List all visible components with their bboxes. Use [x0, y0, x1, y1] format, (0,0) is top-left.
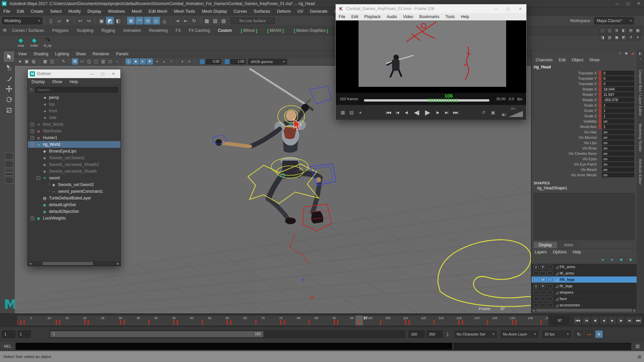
menu-item[interactable]: Mesh Tools [171, 7, 199, 15]
menu-item[interactable]: Mesh [128, 7, 146, 15]
animation-preferences-icon[interactable]: ≡ [595, 330, 603, 338]
move-tool-button[interactable] [4, 84, 14, 94]
layer-visibility-toggle[interactable] [533, 290, 539, 295]
menu-item[interactable]: Edit Mesh [145, 7, 171, 15]
outliner-item-bind_World[interactable]: +≺bind_World [28, 121, 120, 128]
playback-end-field[interactable]: 150 [409, 330, 425, 338]
menu-item[interactable]: Deform [274, 7, 294, 15]
uv-editor-icon[interactable]: ▦ [635, 27, 641, 34]
channel-value[interactable]: on [602, 151, 634, 156]
layer-visibility-toggle[interactable] [533, 303, 539, 307]
animation-end-field[interactable]: 250 [427, 330, 443, 338]
layer-row-FK_arms[interactable]: VP◿FK_arms [532, 264, 637, 270]
camera-select-icon[interactable]: ◄ [16, 58, 23, 65]
channel-value[interactable]: on [602, 130, 634, 134]
menu-item[interactable]: Create [28, 7, 47, 15]
scroll-left-icon[interactable]: ◀ [28, 262, 33, 265]
close-button[interactable]: ✕ [634, 1, 644, 7]
shelf-item-snap[interactable]: ◆snap [14, 35, 28, 50]
scroll-left-icon[interactable]: ◀ [532, 309, 536, 312]
layer-color-swatch[interactable] [547, 271, 553, 276]
panel-menu-item[interactable]: Panels [113, 50, 132, 57]
channel-row-scale-z[interactable]: Scale Z1 [533, 113, 637, 119]
title-bar[interactable]: M Autodesk Maya 2017: C:\Users\Jason\Doc… [0, 0, 644, 7]
expand-toggle[interactable]: − [37, 176, 40, 180]
minimize-button[interactable]: — [493, 6, 499, 12]
close-button[interactable]: ✕ [111, 71, 116, 76]
layer-menu-item[interactable]: Help [570, 249, 584, 255]
field-chart-icon[interactable]: ▥ [100, 58, 106, 65]
command-language-label[interactable]: MEL [0, 344, 15, 348]
tab-display[interactable]: Display [533, 241, 557, 248]
channel-pin-icon[interactable]: ◢ [630, 50, 635, 56]
scroll-right-icon[interactable]: ▶ [116, 262, 120, 265]
split-pane-layout-button[interactable] [5, 169, 13, 176]
movie-menu-item[interactable]: Edit [348, 13, 361, 20]
expand-toggle[interactable]: + [31, 143, 34, 146]
select-by-object-icon[interactable]: ◩ [106, 17, 114, 24]
step-forward-frame-button[interactable]: |▶ [617, 316, 625, 325]
script-editor-icon[interactable]: ▤ [633, 342, 642, 350]
outliner-item-top[interactable]: ◄top [28, 101, 120, 108]
shelf-tab-custom[interactable]: Custom [214, 26, 236, 35]
shelf-tab-fx-caching[interactable]: FX Caching [185, 26, 214, 35]
menu-item[interactable]: Modify [65, 7, 84, 15]
time-slider-ruler[interactable]: 5101520253035404550556065707580859095100… [17, 315, 548, 326]
resolution-gate-icon[interactable]: ◫ [86, 58, 92, 65]
minimize-button[interactable]: — [612, 1, 622, 7]
color-palette-icon[interactable]: ◕ [357, 109, 364, 116]
shape-node-name[interactable]: rig_HeadShape1 [537, 186, 637, 190]
render-settings-icon[interactable]: ▧ [220, 17, 227, 24]
layer-row-shapers[interactable]: ◿shapers [532, 289, 637, 296]
layer-row-face[interactable]: ◿face [532, 296, 637, 302]
outliner-menu-item[interactable]: Help [66, 78, 82, 85]
expand-toggle[interactable]: + [31, 123, 34, 126]
menu-item[interactable]: Curves [230, 7, 251, 15]
layer-playback-toggle[interactable] [540, 290, 546, 295]
shelf-menu-icon[interactable]: ▤ [2, 26, 8, 34]
character-set-dropdown[interactable]: No Character Set [454, 330, 497, 338]
fps-dropdown[interactable]: 30 fps [542, 330, 571, 338]
gamma-field[interactable]: 1.00 [230, 59, 246, 64]
construction-history-icon[interactable]: ↻ [190, 17, 198, 24]
channel-value[interactable]: on [602, 146, 634, 150]
gate-mask-icon[interactable]: ▢ [93, 58, 99, 65]
four-pane-layout-button[interactable] [5, 177, 13, 184]
isolate-select-icon[interactable]: ◗ [186, 58, 193, 65]
outliner-item-persp[interactable]: ◄persp [28, 94, 120, 101]
scale-tool-button[interactable] [4, 105, 14, 115]
channel-row-vis-macros[interactable]: Vis Macroson [533, 135, 637, 140]
outliner-item-Hunter1[interactable]: +◈Hunter1 [28, 134, 120, 141]
channel-value[interactable]: 1 [602, 103, 634, 108]
layer-playback-toggle[interactable] [540, 297, 546, 301]
outliner-item-sword[interactable]: −✶sword [28, 175, 120, 181]
filter-icon[interactable]: ↻ [30, 87, 33, 92]
shaded-icon[interactable]: ● [132, 58, 139, 65]
snap-to-plane-icon[interactable]: ◇ [152, 17, 160, 24]
movie-video-area[interactable] [336, 20, 526, 93]
layer-color-swatch[interactable] [547, 284, 553, 288]
panel-menu-item[interactable]: Show [72, 50, 89, 57]
animation-start-field[interactable]: 1 [2, 330, 15, 338]
step-forward-frame-button[interactable]: |▶ [434, 108, 441, 116]
layer-playback-toggle[interactable] [540, 303, 546, 307]
shelf-item-toolbo[interactable]: ◆toolbo [28, 35, 41, 50]
movie-menu-item[interactable]: Bookmarks [416, 13, 442, 20]
sidebar-vertical-tab[interactable]: Attribute Editor [638, 159, 642, 185]
shelf-tab-motion-graphics[interactable]: [Motion Graphics] [289, 26, 333, 35]
snap-to-curve-icon[interactable]: ◠ [136, 17, 143, 24]
go-to-end-button[interactable]: ▶▶| [634, 316, 643, 325]
panel-menu-item[interactable]: Renderer [89, 50, 113, 57]
go-to-end-button[interactable]: ▶▶| [452, 108, 460, 116]
channel-manipulator-icon[interactable]: + [618, 50, 623, 56]
add-layer-from-selected-icon[interactable]: ◈ [628, 256, 634, 262]
movie-menu-item[interactable]: Audio [384, 13, 400, 20]
menu-item[interactable]: Select [47, 7, 65, 15]
channel-row-translate-y[interactable]: Translate Y0 [533, 76, 637, 81]
channel-value[interactable]: 1 [602, 114, 634, 118]
grease-pencil-icon[interactable]: ✎ [60, 58, 67, 65]
make-live-icon[interactable]: ◬ [161, 17, 168, 24]
outliner-item-rig_World[interactable]: +∿rig_World [28, 141, 120, 148]
select-tool-button[interactable] [4, 52, 14, 62]
channel-row-vis-lips[interactable]: Vis Lipson [533, 140, 637, 145]
